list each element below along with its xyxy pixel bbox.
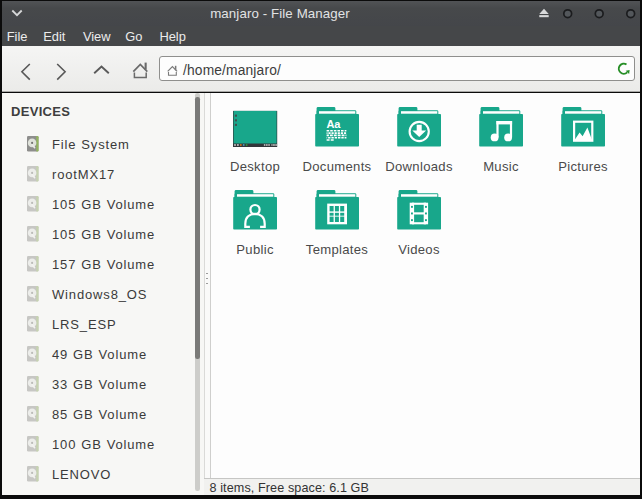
svg-text:Aa: Aa	[326, 118, 341, 130]
